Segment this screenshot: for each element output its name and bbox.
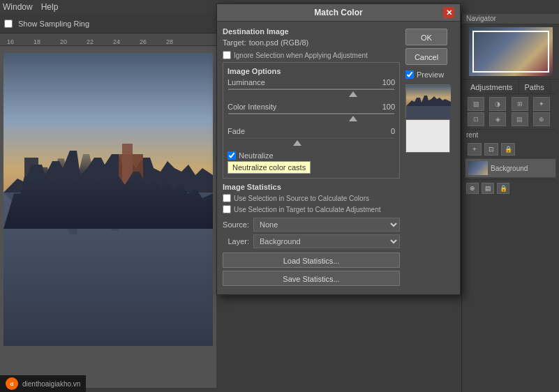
fade-label-row: Fade 0 bbox=[228, 127, 395, 135]
target-value: toon.psd (RGB/8) bbox=[249, 38, 309, 47]
image-statistics-section: Image Statistics Use Selection in Source… bbox=[223, 183, 400, 213]
luminance-thumb-container bbox=[228, 91, 395, 97]
navigator-thumbnail bbox=[469, 27, 553, 76]
preview-white-thumbnail bbox=[405, 119, 450, 153]
tab-paths[interactable]: Paths bbox=[519, 81, 551, 93]
preview-city-svg bbox=[406, 85, 451, 119]
neutralize-label: Neutralize bbox=[239, 151, 274, 160]
color-intensity-label-row: Color Intensity 100 bbox=[228, 103, 395, 111]
background-layer[interactable]: Background bbox=[465, 158, 556, 178]
preview-city-thumbnail bbox=[405, 84, 450, 118]
adj-icon-8[interactable]: ⊕ bbox=[533, 112, 550, 126]
preview-checkbox[interactable] bbox=[405, 70, 414, 79]
color-intensity-track[interactable] bbox=[228, 112, 395, 115]
save-statistics-button[interactable]: Save Statistics... bbox=[223, 271, 400, 286]
layer-tool-2[interactable]: ⊡ bbox=[484, 143, 498, 156]
color-intensity-value: 100 bbox=[375, 103, 395, 111]
layer-select[interactable]: Background bbox=[253, 234, 400, 248]
use-selection-source-label: Use Selection in Source to Calculate Col… bbox=[234, 195, 369, 202]
layer-action-2[interactable]: ▤ bbox=[482, 183, 494, 194]
luminance-track[interactable] bbox=[228, 88, 395, 91]
fade-value: 0 bbox=[375, 127, 395, 135]
layer-action-1[interactable]: ⊕ bbox=[466, 183, 479, 194]
fade-slider-row: Fade 0 bbox=[228, 127, 395, 146]
preview-thumbnails bbox=[405, 84, 454, 153]
use-selection-source-row: Use Selection in Source to Calculate Col… bbox=[223, 194, 400, 202]
luminance-fill bbox=[228, 89, 394, 90]
dialog-left-section: Destination Image Target: toon.psd (RGB/… bbox=[223, 27, 400, 289]
adj-icon-5[interactable]: ⊡ bbox=[468, 112, 484, 126]
panel-tabs: Adjustments Paths bbox=[465, 81, 556, 94]
svg-rect-10 bbox=[406, 106, 451, 119]
image-options-section: Image Options Luminance 100 bbox=[223, 62, 400, 179]
ignore-selection-checkbox[interactable] bbox=[223, 51, 231, 59]
neutralize-row: Neutralize bbox=[228, 151, 395, 160]
ok-button[interactable]: OK bbox=[405, 29, 447, 45]
luminance-label-row: Luminance 100 bbox=[228, 78, 395, 86]
dialog-right-section: OK Cancel Preview bbox=[405, 27, 454, 289]
layer-label: rent bbox=[465, 129, 556, 140]
use-selection-target-label: Use Selection in Target to Calculate Adj… bbox=[234, 206, 381, 213]
ignore-selection-row: Ignore Selection when Applying Adjustmen… bbox=[223, 51, 400, 59]
ignore-selection-label: Ignore Selection when Applying Adjustmen… bbox=[234, 52, 368, 59]
source-label: Source: bbox=[223, 220, 249, 229]
neutralize-checkbox[interactable] bbox=[228, 151, 236, 160]
layer-action-3[interactable]: 🔒 bbox=[497, 183, 509, 194]
layer-tools: + ⊡ 🔒 bbox=[465, 140, 556, 158]
close-button[interactable]: ✕ bbox=[443, 7, 454, 18]
color-intensity-thumb[interactable] bbox=[349, 116, 357, 121]
tab-adjustments[interactable]: Adjustments bbox=[465, 81, 519, 93]
fade-track[interactable] bbox=[228, 137, 395, 140]
dialog-overlay: Match Color ✕ Destination Image Target: … bbox=[0, 0, 461, 392]
image-options-title: Image Options bbox=[228, 67, 395, 75]
preview-label: Preview bbox=[417, 70, 444, 79]
layer-row-label: Layer: bbox=[223, 237, 249, 246]
dialog-body: Destination Image Target: toon.psd (RGB/… bbox=[217, 22, 460, 294]
dialog-titlebar: Match Color ✕ bbox=[217, 4, 460, 22]
preview-row: Preview bbox=[405, 70, 454, 79]
stats-buttons: Load Statistics... Save Statistics... bbox=[223, 252, 400, 286]
color-intensity-thumb-container bbox=[228, 116, 395, 121]
background-layer-label: Background bbox=[491, 165, 528, 172]
color-intensity-slider-row: Color Intensity 100 bbox=[228, 103, 395, 121]
dialog-title: Match Color bbox=[234, 8, 443, 17]
luminance-thumb[interactable] bbox=[349, 91, 357, 97]
target-label: Target: bbox=[223, 38, 246, 47]
use-selection-source-checkbox[interactable] bbox=[223, 194, 231, 202]
neutralize-tooltip: Neutralize color casts bbox=[228, 161, 311, 174]
luminance-label: Luminance bbox=[228, 78, 265, 86]
color-intensity-fill bbox=[228, 113, 394, 114]
destination-section-title: Destination Image bbox=[223, 27, 400, 36]
target-row: Target: toon.psd (RGB/8) bbox=[223, 38, 400, 47]
fade-label: Fade bbox=[228, 127, 245, 135]
layer-row: Layer: Background bbox=[223, 234, 400, 248]
layer-tool-1[interactable]: + bbox=[468, 143, 482, 156]
adjustment-icons: ▧ ◑ ⊞ ✦ ⊡ ◈ ▤ ⊕ bbox=[465, 94, 556, 129]
navigator-label: Navigator bbox=[462, 13, 559, 24]
layer-thumbnail bbox=[468, 161, 488, 175]
adj-icon-6[interactable]: ◈ bbox=[489, 112, 506, 126]
layer-tool-lock[interactable]: 🔒 bbox=[501, 143, 515, 156]
cancel-button[interactable]: Cancel bbox=[405, 48, 447, 65]
fade-thumb[interactable] bbox=[293, 140, 301, 146]
load-statistics-button[interactable]: Load Statistics... bbox=[223, 252, 400, 268]
use-selection-target-checkbox[interactable] bbox=[223, 205, 231, 213]
match-color-dialog: Match Color ✕ Destination Image Target: … bbox=[216, 3, 461, 295]
fade-thumb-container bbox=[228, 140, 395, 146]
use-selection-target-row: Use Selection in Target to Calculate Adj… bbox=[223, 205, 400, 213]
source-row: Source: None bbox=[223, 218, 400, 232]
adj-icon-2[interactable]: ◑ bbox=[489, 97, 506, 111]
image-stats-title: Image Statistics bbox=[223, 183, 400, 191]
layer-action-buttons: ⊕ ▤ 🔒 bbox=[465, 179, 556, 197]
adj-icon-3[interactable]: ⊞ bbox=[512, 97, 528, 111]
color-intensity-label: Color Intensity bbox=[228, 103, 276, 111]
luminance-value: 100 bbox=[375, 78, 395, 86]
adj-icon-4[interactable]: ✦ bbox=[533, 97, 550, 111]
adj-icon-1[interactable]: ▧ bbox=[468, 97, 484, 111]
luminance-slider-row: Luminance 100 bbox=[228, 78, 395, 97]
right-panel: Photoshop Navigator Adjustments Paths ▧ … bbox=[461, 0, 559, 392]
adj-icon-7[interactable]: ▤ bbox=[512, 112, 528, 126]
source-select[interactable]: None bbox=[253, 218, 400, 232]
